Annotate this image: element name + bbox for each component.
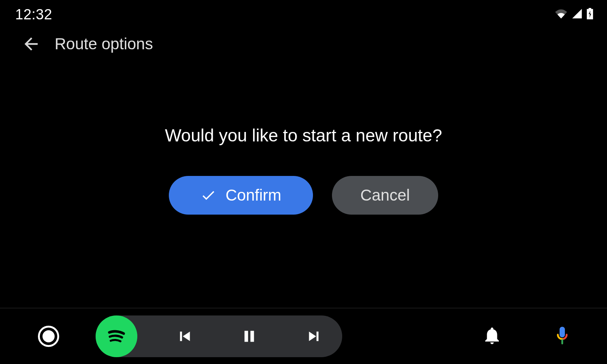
spotify-icon[interactable] (96, 315, 137, 357)
page-title: Route options (55, 35, 153, 53)
arrow-left-icon (21, 34, 41, 54)
voice-assistant-button[interactable] (552, 325, 573, 348)
bottom-bar (0, 309, 607, 364)
right-icons (482, 325, 573, 348)
divider (0, 308, 607, 308)
microphone-icon (552, 325, 573, 346)
status-bar: 12:32 (0, 0, 607, 27)
skip-previous-icon (175, 327, 194, 346)
cancel-button[interactable]: Cancel (332, 176, 438, 215)
wifi-icon (555, 9, 568, 20)
home-button[interactable] (38, 326, 59, 347)
status-time: 12:32 (15, 6, 52, 23)
pause-button[interactable] (240, 327, 259, 346)
back-button[interactable] (21, 34, 41, 54)
bell-icon (482, 325, 502, 346)
cellular-icon (571, 8, 583, 20)
dialog-prompt: Would you like to start a new route? (165, 125, 442, 146)
previous-track-button[interactable] (175, 327, 194, 346)
skip-next-icon (304, 327, 323, 346)
media-controls (175, 327, 323, 346)
svg-rect-0 (589, 8, 591, 9)
notifications-button[interactable] (482, 325, 502, 347)
pause-icon (240, 327, 259, 346)
dialog-buttons: Confirm Cancel (169, 176, 438, 215)
media-pill (96, 315, 342, 357)
cancel-button-label: Cancel (360, 186, 410, 204)
home-circle-icon (42, 330, 55, 342)
confirm-button[interactable]: Confirm (169, 176, 313, 215)
dialog-content: Would you like to start a new route? Con… (0, 125, 607, 215)
next-track-button[interactable] (304, 327, 323, 346)
check-icon (200, 187, 216, 203)
status-icons (555, 8, 593, 21)
battery-charging-icon (587, 8, 593, 21)
header: Route options (0, 27, 607, 61)
confirm-button-label: Confirm (225, 186, 281, 204)
